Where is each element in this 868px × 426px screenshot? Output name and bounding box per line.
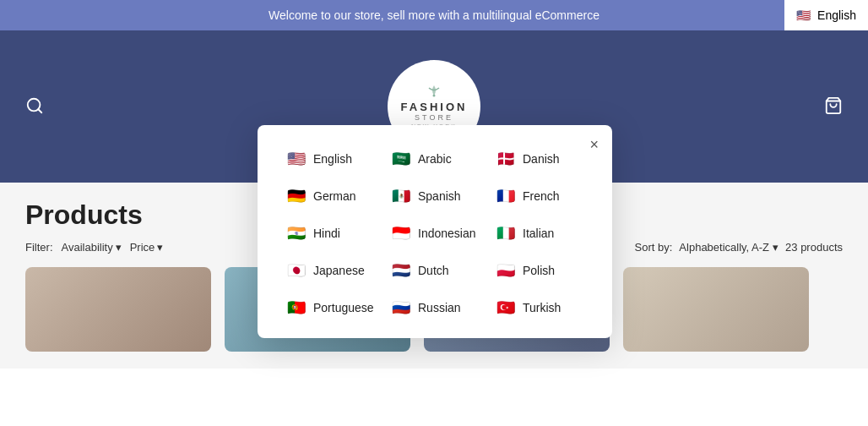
availability-filter[interactable]: Availability ▾ <box>62 241 122 254</box>
language-name: Hindi <box>313 227 340 240</box>
language-item[interactable]: 🇩🇰Danish <box>491 145 589 172</box>
language-item[interactable]: 🇸🇦Arabic <box>386 145 484 172</box>
language-name: Indonesian <box>418 227 476 240</box>
flag-icon: 🇮🇩 <box>391 223 411 243</box>
cart-button[interactable] <box>824 96 843 117</box>
language-name: Japanese <box>313 264 365 277</box>
language-item[interactable]: 🇮🇹Italian <box>491 220 589 247</box>
svg-point-2 <box>433 95 436 97</box>
language-item[interactable]: 🇷🇺Russian <box>386 294 484 321</box>
modal-close-button[interactable]: × <box>589 137 599 152</box>
language-grid: 🇺🇸English🇸🇦Arabic🇩🇰Danish🇩🇪German🇲🇽Spani… <box>281 145 589 321</box>
chevron-down-icon: ▾ <box>773 241 778 254</box>
sort-value: Alphabetically, A-Z <box>679 241 769 254</box>
language-item[interactable]: 🇮🇳Hindi <box>281 220 379 247</box>
language-name: Turkish <box>523 301 561 314</box>
cart-icon <box>824 96 843 115</box>
logo-icon <box>420 84 448 101</box>
flag-icon: 🇫🇷 <box>496 186 516 206</box>
search-icon <box>25 96 44 115</box>
product-card[interactable] <box>623 267 809 352</box>
flag-icon: 🇩🇰 <box>496 149 516 169</box>
top-banner: Welcome to our store, sell more with a m… <box>0 0 868 30</box>
language-name: Russian <box>418 301 461 314</box>
language-name: German <box>313 189 356 203</box>
flag-icon: 🇵🇹 <box>286 298 307 318</box>
flag-icon: 🇮🇳 <box>286 223 307 243</box>
chevron-down-icon: ▾ <box>116 241 122 254</box>
language-item[interactable]: 🇩🇪German <box>281 183 379 210</box>
flag-icon: 🇵🇱 <box>496 260 516 281</box>
search-button[interactable] <box>25 96 44 117</box>
price-label: Price <box>130 241 155 254</box>
availability-label: Availability <box>62 241 113 254</box>
language-name: Portuguese <box>313 301 374 314</box>
language-item[interactable]: 🇹🇷Turkish <box>491 294 589 321</box>
language-name: English <box>313 152 352 166</box>
flag-icon: 🇺🇸 <box>286 149 307 169</box>
language-item[interactable]: 🇺🇸English <box>281 145 379 172</box>
flag-icon: 🇹🇷 <box>496 298 516 318</box>
filter-label: Filter: <box>25 241 53 254</box>
product-count: 23 products <box>785 241 843 254</box>
flag-icon: 🇸🇦 <box>391 149 411 169</box>
flag-icon: 🇮🇹 <box>496 223 516 243</box>
sort-section: Sort by: Alphabetically, A-Z ▾ 23 produc… <box>635 241 843 254</box>
price-filter[interactable]: Price ▾ <box>130 241 164 254</box>
logo-store: STORE <box>415 113 453 122</box>
svg-line-1 <box>38 109 41 112</box>
banner-text: Welcome to our store, sell more with a m… <box>269 8 599 22</box>
language-name: Italian <box>523 227 554 240</box>
sort-button[interactable]: Alphabetically, A-Z ▾ <box>679 241 778 254</box>
language-name: French <box>523 189 560 203</box>
logo-brand: FASHION <box>401 101 468 113</box>
flag-icon: 🇲🇽 <box>391 186 411 206</box>
language-item[interactable]: 🇳🇱Dutch <box>386 257 484 284</box>
flag-icon: 🇩🇪 <box>286 186 307 206</box>
flag-icon: 🇯🇵 <box>286 260 307 281</box>
language-modal: × 🇺🇸English🇸🇦Arabic🇩🇰Danish🇩🇪German🇲🇽Spa… <box>258 125 612 338</box>
language-item[interactable]: 🇮🇩Indonesian <box>386 220 484 247</box>
flag-icon: 🇺🇸 <box>796 8 811 22</box>
chevron-down-icon: ▾ <box>157 241 163 254</box>
flag-icon: 🇷🇺 <box>391 298 411 318</box>
flag-icon: 🇳🇱 <box>391 260 411 281</box>
language-item[interactable]: 🇵🇹Portuguese <box>281 294 379 321</box>
language-item[interactable]: 🇲🇽Spanish <box>386 183 484 210</box>
language-name: Dutch <box>418 264 449 277</box>
language-name: Danish <box>523 152 560 166</box>
sort-label: Sort by: <box>635 241 673 254</box>
language-name: Polish <box>523 264 555 277</box>
language-item[interactable]: 🇯🇵Japanese <box>281 257 379 284</box>
language-item[interactable]: 🇫🇷French <box>491 183 589 210</box>
product-card[interactable] <box>25 267 211 352</box>
language-name: Arabic <box>418 152 452 166</box>
language-selector-button[interactable]: 🇺🇸 English <box>784 0 868 30</box>
lang-label: English <box>817 8 856 22</box>
language-item[interactable]: 🇵🇱Polish <box>491 257 589 284</box>
language-name: Spanish <box>418 189 461 203</box>
